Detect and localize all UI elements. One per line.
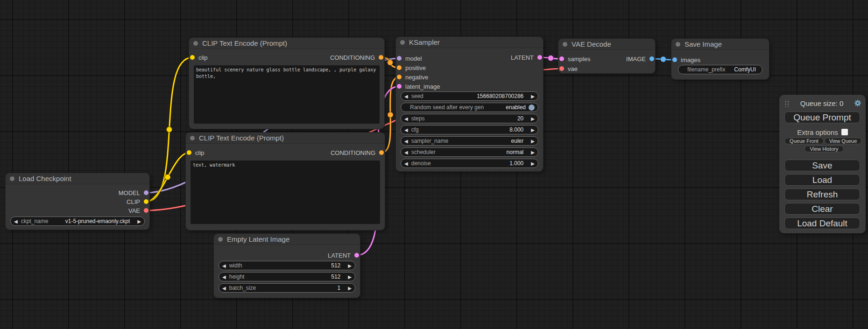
node-ksampler[interactable]: KSampler model positive negative latent_… xyxy=(396,37,543,171)
view-queue-button[interactable]: View Queue xyxy=(825,138,861,144)
save-button[interactable]: Save xyxy=(784,160,860,171)
input-slot-vae[interactable]: vae xyxy=(558,64,655,73)
increment-arrow-icon[interactable]: ▶ xyxy=(531,94,535,99)
decrement-arrow-icon[interactable]: ◀ xyxy=(222,274,226,280)
drag-handle-icon[interactable] xyxy=(784,99,789,107)
collapse-dot-icon[interactable] xyxy=(193,41,198,46)
prompt-textarea[interactable]: beautiful scenery nature glass bottle la… xyxy=(194,65,380,124)
link-midpoint-dot[interactable] xyxy=(660,56,666,62)
load-default-button[interactable]: Load Default xyxy=(784,217,860,229)
slot-dot-image[interactable] xyxy=(649,56,654,61)
increment-arrow-icon[interactable]: ▶ xyxy=(531,150,535,155)
slot-dot-latent[interactable] xyxy=(354,253,359,258)
widget-random-seed[interactable]: Random seed after every gen enabled xyxy=(401,103,538,112)
increment-arrow-icon[interactable]: ▶ xyxy=(531,116,535,121)
slot-dot-latent[interactable] xyxy=(537,55,542,60)
slot-dot-conditioning[interactable] xyxy=(397,65,402,70)
node-header[interactable]: Save Image xyxy=(671,39,769,50)
node-header[interactable]: CLIP Text Encode (Prompt) xyxy=(189,38,384,49)
prompt-textarea[interactable]: text, watermark xyxy=(191,161,380,224)
collapse-dot-icon[interactable] xyxy=(190,136,195,140)
decrement-arrow-icon[interactable]: ◀ xyxy=(222,286,226,291)
node-empty-latent-image[interactable]: Empty Latent Image LATENT ◀ width 512 ▶ … xyxy=(214,234,360,298)
widget-batch-size[interactable]: ◀ batch_size 1 ▶ xyxy=(219,283,355,293)
widget-scheduler[interactable]: ◀ scheduler normal ▶ xyxy=(401,147,538,157)
widget-denoise[interactable]: ◀ denoise 1.000 ▶ xyxy=(401,159,538,168)
clear-button[interactable]: Clear xyxy=(784,203,860,215)
view-history-button[interactable]: View History xyxy=(804,146,844,152)
collapse-dot-icon[interactable] xyxy=(10,176,14,181)
decrement-arrow-icon[interactable]: ◀ xyxy=(14,219,18,224)
queue-front-button[interactable]: Queue Front xyxy=(784,138,824,144)
increment-arrow-icon[interactable]: ▶ xyxy=(137,219,141,224)
input-slot-negative[interactable]: negative xyxy=(396,72,543,82)
output-slot-clip[interactable]: CLIP xyxy=(6,197,149,206)
decrement-arrow-icon[interactable]: ◀ xyxy=(404,161,408,166)
widget-steps[interactable]: ◀ steps 20 ▶ xyxy=(401,114,538,123)
node-header[interactable]: CLIP Text Encode (Prompt) xyxy=(186,133,385,144)
widget-sampler-name[interactable]: ◀ sampler_name euler ▶ xyxy=(401,136,538,146)
increment-arrow-icon[interactable]: ▶ xyxy=(348,286,352,291)
node-clip-text-encode-positive[interactable]: CLIP Text Encode (Prompt) clip CONDITION… xyxy=(189,38,384,129)
decrement-arrow-icon[interactable]: ◀ xyxy=(404,94,408,99)
input-slot-images[interactable]: images xyxy=(671,55,769,64)
slot-dot-conditioning[interactable] xyxy=(379,55,383,60)
widget-height[interactable]: ◀ height 512 ▶ xyxy=(219,272,355,281)
collapse-dot-icon[interactable] xyxy=(563,42,567,47)
link-midpoint-dot[interactable] xyxy=(548,55,553,61)
increment-arrow-icon[interactable]: ▶ xyxy=(348,263,352,268)
output-slot-image[interactable]: IMAGE xyxy=(558,54,655,63)
collapse-dot-icon[interactable] xyxy=(400,40,405,45)
slot-dot-model[interactable] xyxy=(144,190,148,195)
increment-arrow-icon[interactable]: ▶ xyxy=(348,274,352,280)
input-slot-latent-image[interactable]: latent_image xyxy=(396,82,543,91)
node-header[interactable]: Empty Latent Image xyxy=(214,234,360,245)
node-vae-decode[interactable]: VAE Decode samples vae IMAGE xyxy=(558,39,655,73)
decrement-arrow-icon[interactable]: ◀ xyxy=(404,127,408,133)
load-button[interactable]: Load xyxy=(784,174,860,186)
output-slot-conditioning[interactable]: CONDITIONING xyxy=(186,148,385,157)
output-slot-latent[interactable]: LATENT xyxy=(214,251,360,260)
queue-prompt-button[interactable]: Queue Prompt xyxy=(784,112,860,123)
settings-gear-icon[interactable] xyxy=(854,100,861,106)
widget-seed[interactable]: ◀ seed 156680208700286 ▶ xyxy=(401,91,538,101)
slot-dot-clip[interactable] xyxy=(144,199,148,204)
input-slot-positive[interactable]: positive xyxy=(396,63,543,72)
slot-dot-latent[interactable] xyxy=(397,84,402,89)
link-midpoint-dot[interactable] xyxy=(388,112,393,118)
node-load-checkpoint[interactable]: Load Checkpoint MODEL CLIP VAE ◀ ckpt_na… xyxy=(6,173,149,230)
decrement-arrow-icon[interactable]: ◀ xyxy=(404,116,408,121)
widget-cfg[interactable]: ◀ cfg 8.000 ▶ xyxy=(401,125,538,134)
collapse-dot-icon[interactable] xyxy=(676,42,680,47)
extra-options-checkbox[interactable] xyxy=(841,129,848,135)
link-midpoint-dot[interactable] xyxy=(166,126,172,132)
widget-ckpt-name[interactable]: ◀ ckpt_name v1-5-pruned-emaonly.ckpt ▶ xyxy=(10,217,145,226)
slot-dot-conditioning[interactable] xyxy=(379,150,384,155)
decrement-arrow-icon[interactable]: ◀ xyxy=(404,139,408,144)
refresh-button[interactable]: Refresh xyxy=(784,189,860,200)
node-header[interactable]: Load Checkpoint xyxy=(6,173,149,184)
decrement-arrow-icon[interactable]: ◀ xyxy=(222,263,226,268)
slot-dot-conditioning[interactable] xyxy=(397,75,402,79)
increment-arrow-icon[interactable]: ▶ xyxy=(531,161,535,166)
node-header[interactable]: VAE Decode xyxy=(558,39,655,50)
widget-width[interactable]: ◀ width 512 ▶ xyxy=(219,261,355,270)
slot-dot-image[interactable] xyxy=(672,57,677,62)
node-graph-canvas[interactable]: Load Checkpoint MODEL CLIP VAE ◀ ckpt_na… xyxy=(0,0,868,329)
output-slot-model[interactable]: MODEL xyxy=(6,188,149,197)
toggle-dot[interactable] xyxy=(529,105,535,111)
link-midpoint-dot[interactable] xyxy=(165,174,170,180)
decrement-arrow-icon[interactable]: ◀ xyxy=(404,150,408,155)
slot-dot-vae[interactable] xyxy=(559,66,564,71)
increment-arrow-icon[interactable]: ▶ xyxy=(531,127,535,133)
slot-dot-vae[interactable] xyxy=(144,208,148,213)
output-slot-vae[interactable]: VAE xyxy=(6,206,149,215)
link-midpoint-dot[interactable] xyxy=(387,60,393,65)
node-clip-text-encode-negative[interactable]: CLIP Text Encode (Prompt) clip CONDITION… xyxy=(186,133,385,230)
output-slot-conditioning[interactable]: CONDITIONING xyxy=(189,53,384,62)
output-slot-latent[interactable]: LATENT xyxy=(396,53,543,62)
node-save-image[interactable]: Save Image images filename_prefix ComfyU… xyxy=(671,39,769,79)
increment-arrow-icon[interactable]: ▶ xyxy=(531,139,535,144)
collapse-dot-icon[interactable] xyxy=(218,237,223,242)
widget-filename-prefix[interactable]: filename_prefix ComfyUI xyxy=(678,65,762,74)
